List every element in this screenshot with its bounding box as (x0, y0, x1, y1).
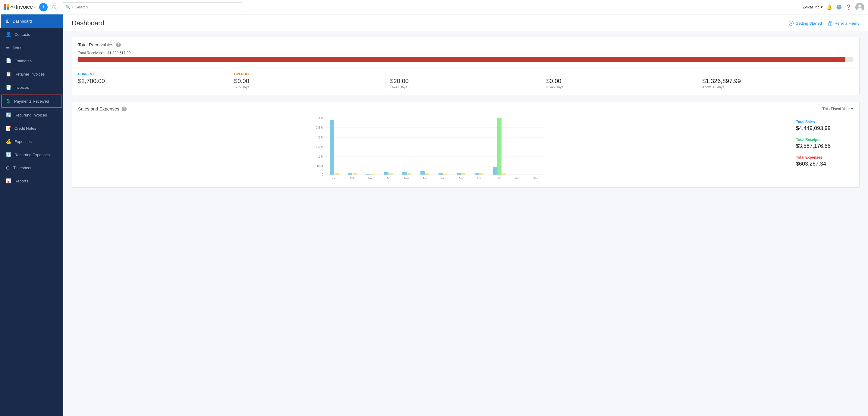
bar-oct-expenses (502, 173, 506, 175)
contacts-icon: 👤 (6, 32, 11, 37)
play-icon (789, 21, 794, 26)
bar-jun-sales (421, 171, 425, 175)
col5-sub: Above 45 days (702, 85, 848, 89)
search-icon: 🔍 (65, 5, 70, 9)
svg-text:2016: 2016 (368, 179, 373, 180)
add-new-button[interactable]: + (39, 3, 48, 11)
sidebar-item-expenses[interactable]: 💰 Expenses (0, 135, 63, 148)
bar-may-sales (402, 172, 407, 175)
search-bar[interactable]: 🔍 ▾ (62, 2, 243, 12)
org-name-label: Zylkar Inc (803, 5, 819, 9)
help-tour-button[interactable]: ? (50, 3, 59, 11)
receivables-overdue: OVERDUE $0.00 1-15 Days (229, 72, 385, 89)
sidebar-item-estimates[interactable]: 📄 Estimates (0, 54, 63, 67)
search-dropdown-arrow: ▾ (72, 5, 73, 9)
svg-text:2016: 2016 (350, 179, 355, 180)
bar-apr-sales (384, 172, 389, 175)
overdue-label: OVERDUE (234, 72, 380, 76)
sales-expenses-header: Sales and Expenses ? This Fiscal Year ▾ (72, 101, 859, 114)
sidebar-label-timesheet: Timesheet (13, 166, 31, 170)
main-content: Dashboard Getting Started Refer a Friend… (63, 14, 868, 416)
settings-icon[interactable]: ⚙️ (836, 4, 842, 10)
sidebar-label-contacts: Contacts (14, 32, 30, 37)
sidebar-item-items[interactable]: ☰ Items (0, 41, 63, 54)
receivables-help-icon[interactable]: ? (116, 42, 121, 47)
bar-aug-expenses (461, 173, 465, 175)
sidebar-label-credit-notes: Credit Notes (14, 126, 36, 131)
total-sales-label: Total Sales (796, 120, 853, 124)
sidebar-item-timesheet[interactable]: ⏱ Timesheet (0, 161, 63, 174)
bar-sep-expenses (479, 173, 484, 175)
chart-stats: Total Sales $4,449,093.99 Total Receipts… (793, 114, 853, 181)
dashboard-icon: ⊞ (6, 19, 10, 24)
notifications-icon[interactable]: 🔔 (827, 4, 832, 10)
svg-text:2016: 2016 (533, 179, 538, 180)
sidebar-item-recurring-invoices[interactable]: 🔄 Recurring Invoices (0, 108, 63, 122)
invoices-icon: 📑 (6, 84, 11, 90)
receivables-bar-label: Total Receivables $1,329,617.99 (78, 51, 853, 55)
fiscal-year-selector[interactable]: This Fiscal Year ▾ (822, 107, 853, 111)
bar-oct-receipts (497, 118, 501, 175)
sidebar-item-dashboard[interactable]: ⊞ Dashboard (0, 14, 63, 28)
getting-started-link[interactable]: Getting Started (789, 21, 822, 26)
sales-expenses-help-icon[interactable]: ? (122, 107, 127, 111)
main-header: Dashboard Getting Started Refer a Friend (63, 14, 868, 31)
bar-may-expenses (407, 173, 411, 175)
total-receipts-value: $3,587,176.88 (796, 143, 853, 149)
sidebar-label-estimates: Estimates (14, 59, 32, 63)
sidebar-item-invoices[interactable]: 📑 Invoices (0, 81, 63, 94)
svg-text:2016: 2016 (332, 179, 337, 180)
sidebar-label-dashboard: Dashboard (13, 19, 32, 24)
sidebar-label-invoices: Invoices (14, 85, 29, 90)
payments-icon: 💲 (5, 98, 11, 104)
total-sales-value: $4,449,093.99 (796, 125, 853, 132)
bar-mar-sales (366, 174, 370, 175)
sidebar-item-recurring-expenses[interactable]: 🔃 Recurring Expenses (0, 148, 63, 161)
col5-spacer (702, 72, 848, 76)
page-title: Dashboard (72, 19, 104, 27)
sidebar-item-retainer-invoices[interactable]: 📋 Retainer Invoices (0, 67, 63, 81)
svg-point-8 (858, 4, 861, 7)
org-name-selector[interactable]: Zylkar Inc ▾ (803, 5, 823, 9)
current-label: CURRENT (78, 72, 224, 76)
bar-jul-expenses (443, 174, 447, 175)
receivables-bar-track (78, 57, 853, 62)
search-input[interactable] (75, 5, 240, 9)
sales-expenses-card: Sales and Expenses ? This Fiscal Year ▾ … (72, 101, 860, 187)
total-expenses-stat: Total Expenses $603,267.34 (796, 155, 853, 167)
receivables-16-30: $20.00 16-30 Days (385, 72, 541, 89)
receivables-bar-area: Total Receivables $1,329,617.99 (72, 50, 859, 67)
svg-text:2016: 2016 (458, 179, 464, 180)
bar-feb-expenses (352, 173, 357, 175)
sidebar-item-payments-received[interactable]: 💲 Payments Received (1, 95, 62, 108)
col3-amount: $20.00 (390, 78, 536, 84)
sidebar-item-credit-notes[interactable]: 📝 Credit Notes (0, 122, 63, 135)
receivables-card-header: Total Receivables ? (72, 37, 859, 50)
svg-rect-1 (7, 4, 9, 7)
svg-text:500 K: 500 K (315, 165, 323, 168)
col3-spacer (390, 72, 536, 76)
fiscal-year-label: This Fiscal Year (822, 107, 850, 111)
content-sections: Total Receivables ? Total Receivables $1… (63, 31, 868, 194)
sidebar-item-contacts[interactable]: 👤 Contacts (0, 28, 63, 41)
logo-area[interactable]: ZOHO Invoice ▾ (4, 4, 36, 10)
svg-text:3 M: 3 M (318, 116, 323, 120)
sidebar: ⊞ Dashboard 👤 Contacts ☰ Items 📄 Estimat… (0, 14, 63, 416)
receivables-31-45: $0.00 31-45 Days (541, 72, 698, 89)
svg-rect-0 (4, 4, 6, 7)
sidebar-item-reports[interactable]: 📊 Reports (0, 174, 63, 187)
zoho-logo: ZOHO (4, 4, 14, 10)
svg-text:1.5 M: 1.5 M (316, 145, 323, 149)
bar-chart: 3 M 2.5 M 2 M 1.5 M 1 M 500 K 0 (78, 114, 787, 180)
refer-friend-link[interactable]: Refer a Friend (828, 21, 860, 26)
col4-sub: 31-45 Days (546, 85, 692, 89)
bar-oct-sales (493, 167, 497, 175)
help-icon[interactable]: ❓ (846, 4, 852, 10)
overdue-amount: $0.00 (234, 78, 380, 84)
user-avatar[interactable] (855, 3, 864, 12)
expenses-icon: 💰 (6, 139, 11, 144)
svg-text:2016: 2016 (386, 179, 391, 180)
total-receipts-label: Total Receipts (796, 138, 853, 142)
col4-amount: $0.00 (546, 78, 692, 84)
bar-aug-sales (457, 173, 461, 175)
